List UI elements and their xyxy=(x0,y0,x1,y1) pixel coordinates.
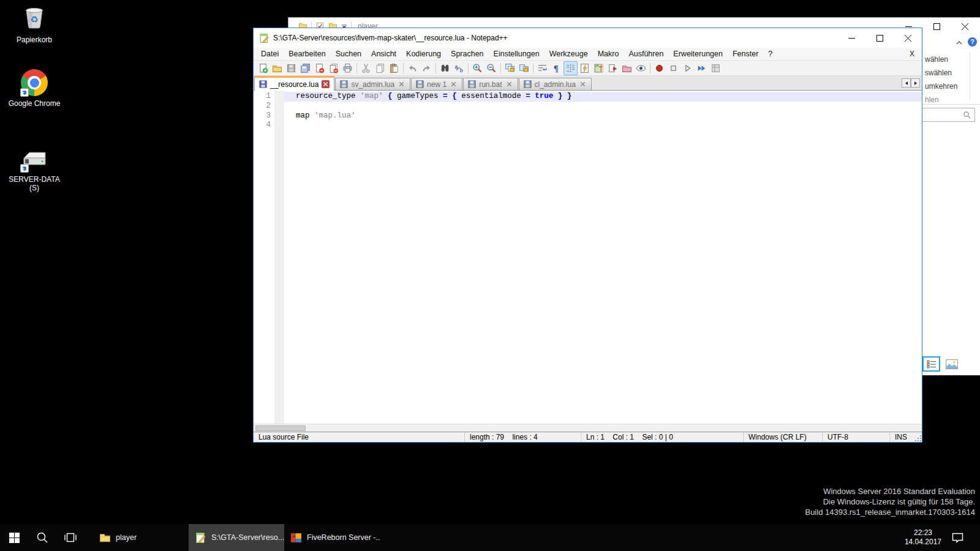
tab-scroll-left-button[interactable] xyxy=(902,78,911,88)
desktop-icon-google-chrome[interactable]: Google Chrome xyxy=(8,69,61,108)
desktop-icon-recycle-bin[interactable]: ♻ Papierkorb xyxy=(8,5,61,44)
toolbar-close-button[interactable] xyxy=(312,61,326,75)
code-line[interactable]: resource_type 'map' { gameTypes = { esse… xyxy=(284,92,922,102)
toolbar-save-all-button[interactable] xyxy=(298,61,312,75)
start-button[interactable] xyxy=(0,524,28,551)
thumbnail-view-button[interactable] xyxy=(944,358,959,370)
ribbon-item-3[interactable]: umkehren xyxy=(925,82,957,91)
menu-einstellungen[interactable]: Einstellungen xyxy=(489,48,545,59)
code-line[interactable] xyxy=(284,121,922,130)
tab-new_1[interactable]: new 1 xyxy=(411,78,462,90)
toolbar-open-folder-button[interactable] xyxy=(270,61,284,75)
tab-close-icon[interactable] xyxy=(398,80,405,88)
taskbar-clock[interactable]: 22:23 14.04.2017 xyxy=(905,528,941,547)
tab-cl_admin.lua[interactable]: cl_admin.lua xyxy=(519,78,592,90)
menu-suchen[interactable]: Suchen xyxy=(331,48,366,59)
horizontal-scrollbar[interactable] xyxy=(254,424,922,432)
tab-close-icon[interactable] xyxy=(579,80,587,88)
tab-run.bat[interactable]: run.bat xyxy=(463,78,518,90)
menu-kodierung[interactable]: Kodierung xyxy=(401,48,446,59)
taskbar-button-notepadpp[interactable]: S:\GTA-Server\reso... xyxy=(189,524,284,551)
toolbar-replace-button[interactable]: ab xyxy=(452,61,466,75)
tab-close-icon[interactable] xyxy=(505,80,513,88)
explorer-help-icon[interactable]: ? xyxy=(968,37,977,47)
toolbar-separator xyxy=(500,63,501,73)
explorer-maximize-button[interactable] xyxy=(922,20,951,33)
ribbon-item-2[interactable]: swählen xyxy=(925,69,952,77)
menu-bearbeiten[interactable]: Bearbeiten xyxy=(284,48,330,59)
menu-?[interactable]: ? xyxy=(763,48,777,59)
taskbar-search-button[interactable] xyxy=(28,524,56,551)
toolbar-function-list-button[interactable] xyxy=(578,61,592,75)
code-token: map xyxy=(296,111,314,120)
menubar-close-document-button[interactable]: X xyxy=(902,50,922,58)
toolbar-sync-vertical-button[interactable] xyxy=(503,61,517,75)
scrollbar-thumb[interactable] xyxy=(255,425,306,431)
toolbar-doc-switcher-button[interactable] xyxy=(606,61,620,75)
menu-ansicht[interactable]: Ansicht xyxy=(366,48,401,59)
toolbar-view-eye-button[interactable] xyxy=(634,61,648,75)
taskbar-button-fivereborn[interactable]: FiveReborn Server -... xyxy=(284,524,380,551)
toolbar-show-all-chars-button[interactable]: ¶ xyxy=(549,61,564,75)
close-button[interactable] xyxy=(894,28,922,48)
toolbar-indent-guide-button[interactable] xyxy=(564,61,578,75)
toolbar-save-button[interactable] xyxy=(284,61,298,75)
menu-ausfhren[interactable]: Ausführen xyxy=(624,48,668,59)
code-line[interactable] xyxy=(284,102,922,111)
menu-fenster[interactable]: Fenster xyxy=(728,48,763,59)
toolbar-document-map-button[interactable] xyxy=(592,61,606,75)
tab-sv_admin.lua[interactable]: sv_admin.lua xyxy=(335,78,410,90)
resize-grip[interactable] xyxy=(913,432,922,442)
toolbar-macro-stop-button[interactable] xyxy=(666,61,680,75)
explorer-close-button[interactable] xyxy=(951,20,979,33)
menu-datei[interactable]: Datei xyxy=(256,48,284,59)
ribbon-item-1[interactable]: wählen xyxy=(925,55,948,64)
toolbar-close-all-button[interactable] xyxy=(326,61,341,75)
details-view-button[interactable] xyxy=(922,356,940,372)
shortcut-arrow-icon xyxy=(20,164,29,173)
toolbar-word-wrap-button[interactable] xyxy=(535,61,549,75)
menu-erweiterungen[interactable]: Erweiterungen xyxy=(668,48,728,59)
desktop-icon-server-data-drive[interactable]: SERVER-DATA (S) xyxy=(8,144,61,192)
toolbar-paste-button[interactable] xyxy=(387,61,401,75)
code-line[interactable]: map 'map.lua' xyxy=(284,111,922,121)
tab-scroll-right-button[interactable] xyxy=(911,78,920,88)
maximize-button[interactable] xyxy=(865,28,894,48)
windows-evaluation-watermark: Windows Server 2016 Standard EvaluationD… xyxy=(805,486,975,517)
toolbar-zoom-out-button[interactable] xyxy=(484,61,499,75)
task-view-button[interactable] xyxy=(56,524,85,551)
tab-close-icon[interactable] xyxy=(450,80,458,88)
toolbar-undo-button[interactable] xyxy=(405,61,420,75)
menu-sprachen[interactable]: Sprachen xyxy=(446,48,489,59)
taskbar-button-folder[interactable]: player xyxy=(93,524,189,551)
code-area[interactable]: resource_type 'map' { gameTypes = { esse… xyxy=(284,91,922,424)
toolbar-macro-save-button[interactable] xyxy=(709,61,723,75)
code-token: resource_type xyxy=(296,92,360,100)
minimize-button[interactable] xyxy=(837,28,865,48)
toolbar-cut-button[interactable] xyxy=(359,61,373,75)
bookmark-margin[interactable] xyxy=(274,91,284,424)
toolbar-copy-button[interactable] xyxy=(373,61,387,75)
ribbon-collapse-chevron-icon[interactable] xyxy=(956,39,963,47)
toolbar-macro-run-multiple-button[interactable] xyxy=(695,61,709,75)
macro-play-icon xyxy=(682,63,693,73)
toolbar: ab¶ xyxy=(254,60,922,76)
tab-__resource.lua[interactable]: __resource.lua xyxy=(254,76,334,91)
toolbar-find-button[interactable] xyxy=(438,61,452,75)
toolbar-print-button[interactable] xyxy=(341,61,355,75)
toolbar-macro-record-button[interactable] xyxy=(652,61,666,75)
menu-werkzeuge[interactable]: Werkzeuge xyxy=(545,48,593,59)
toolbar-sync-horizontal-button[interactable] xyxy=(517,61,531,75)
toolbar-new-file-button[interactable] xyxy=(256,61,270,75)
editor[interactable]: 1234 resource_type 'map' { gameTypes = {… xyxy=(254,91,922,424)
explorer-search-box[interactable] xyxy=(922,108,975,122)
tab-close-icon[interactable] xyxy=(322,80,330,88)
toolbar-macro-play-button[interactable] xyxy=(680,61,695,75)
menu-makro[interactable]: Makro xyxy=(593,48,624,59)
save-icon xyxy=(286,63,296,73)
notepadpp-titlebar[interactable]: S:\GTA-Server\resources\fivem-map-skater… xyxy=(254,28,922,48)
action-center-icon[interactable] xyxy=(951,532,964,544)
toolbar-zoom-in-button[interactable] xyxy=(470,61,484,75)
toolbar-folder-as-workspace-button[interactable] xyxy=(620,61,634,75)
toolbar-redo-button[interactable] xyxy=(420,61,434,75)
